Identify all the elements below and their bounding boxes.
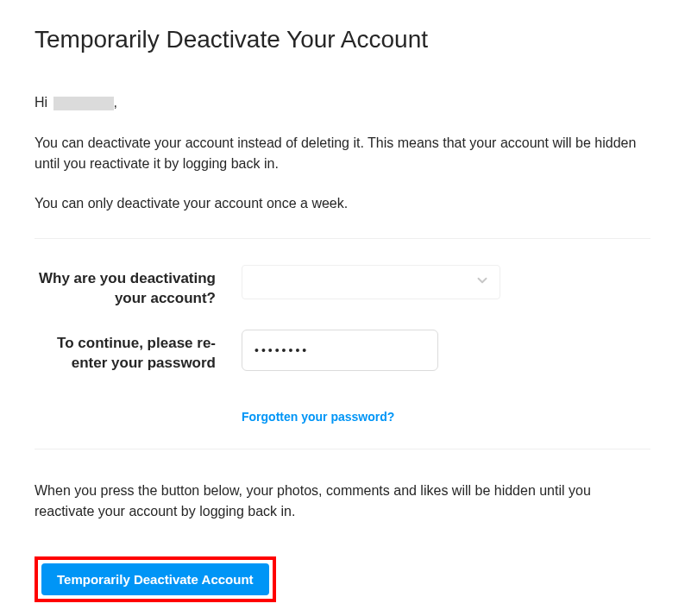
- bottom-info-text: When you press the button below, your ph…: [35, 481, 650, 522]
- reason-select[interactable]: [242, 265, 500, 299]
- form-row-password: To continue, please re-enter your passwo…: [35, 330, 650, 374]
- form-row-forgot: Forgotten your password?: [35, 394, 650, 424]
- info-paragraph-2: You can only deactivate your account onc…: [35, 193, 650, 214]
- username-redacted: [53, 97, 114, 110]
- page-title: Temporarily Deactivate Your Account: [35, 26, 650, 53]
- greeting-prefix: Hi: [35, 95, 52, 110]
- reason-label: Why are you deactivating your account?: [35, 265, 242, 309]
- forgot-password-link[interactable]: Forgotten your password?: [242, 410, 394, 424]
- password-input[interactable]: [242, 330, 438, 371]
- reason-select-wrapper: [242, 265, 500, 299]
- deactivate-button[interactable]: Temporarily Deactivate Account: [41, 563, 269, 595]
- form-row-reason: Why are you deactivating your account?: [35, 265, 650, 309]
- greeting-text: Hi ,: [35, 95, 650, 110]
- greeting-suffix: ,: [114, 95, 117, 110]
- divider-top: [35, 238, 650, 239]
- bottom-section: When you press the button below, your ph…: [35, 481, 650, 602]
- info-paragraph-1: You can deactivate your account instead …: [35, 133, 650, 174]
- password-label: To continue, please re-enter your passwo…: [35, 330, 242, 374]
- divider-bottom: [35, 449, 650, 449]
- highlight-annotation: Temporarily Deactivate Account: [35, 556, 276, 602]
